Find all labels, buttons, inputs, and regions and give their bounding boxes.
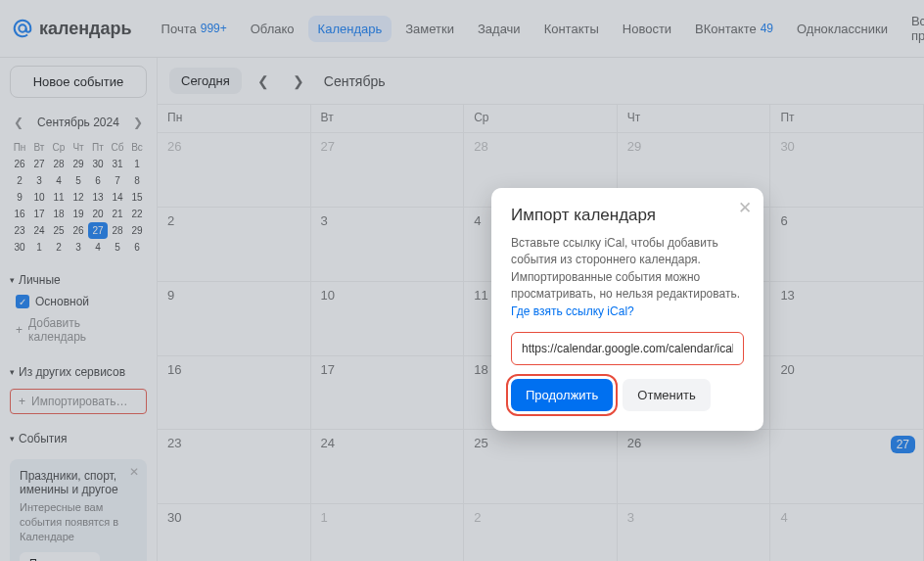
modal-description: Вставьте ссылку iCal, чтобы добавить соб…: [511, 235, 744, 320]
cancel-button[interactable]: Отменить: [623, 379, 710, 411]
import-calendar-modal: ✕ Импорт календаря Вставьте ссылку iCal,…: [491, 188, 763, 431]
modal-title: Импорт календаря: [511, 206, 744, 225]
continue-button[interactable]: Продолжить: [511, 379, 613, 411]
ical-help-link[interactable]: Где взять ссылку iCal?: [511, 304, 634, 318]
modal-overlay[interactable]: [0, 0, 924, 561]
close-icon[interactable]: ✕: [738, 198, 752, 218]
ical-url-input[interactable]: [511, 332, 744, 365]
